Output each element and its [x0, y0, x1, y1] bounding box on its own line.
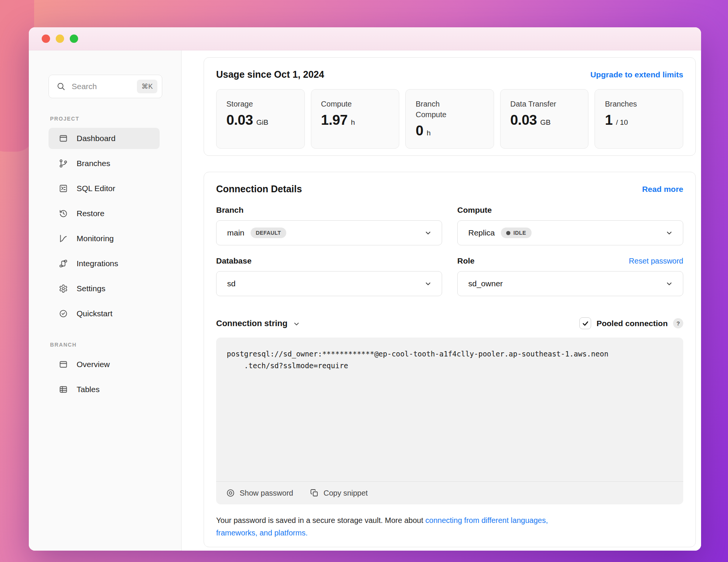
- stat-data-transfer: Data Transfer 0.03GB: [500, 89, 589, 149]
- git-branch-icon: [58, 159, 68, 168]
- stat-value: 0.03: [226, 112, 253, 128]
- stat-unit: h: [351, 118, 355, 127]
- zoom-button[interactable]: [70, 35, 78, 43]
- reset-password-link[interactable]: Reset password: [629, 257, 683, 265]
- chevron-down-icon: [424, 279, 433, 288]
- usage-card: Usage since Oct 1, 2024 Upgrade to exten…: [204, 57, 696, 156]
- stat-branch-compute: Branch Compute 0h: [405, 89, 494, 149]
- git-compare-icon: [58, 259, 68, 268]
- chevron-down-icon: [424, 228, 433, 237]
- sidebar-item-label: Restore: [77, 209, 105, 218]
- traffic-lights: [42, 35, 78, 43]
- compute-select[interactable]: Replica IDLE: [457, 220, 683, 245]
- sidebar-item-label: Integrations: [77, 259, 118, 268]
- role-field: Role Reset password sd_owner: [457, 255, 683, 296]
- sidebar-item-overview[interactable]: Overview: [49, 354, 160, 375]
- stat-value: 1: [605, 112, 612, 128]
- sidebar-item-label: SQL Editor: [77, 184, 115, 193]
- project-nav: Dashboard Branches SQL Editor: [29, 128, 181, 324]
- eye-icon: [226, 488, 235, 498]
- status-dot: [506, 231, 510, 235]
- chart-curve-icon: [58, 234, 68, 243]
- branch-label: Branch: [216, 206, 243, 215]
- dashboard-icon: [58, 134, 68, 143]
- connection-string-value[interactable]: postgresql://sd_owner:************@ep-co…: [216, 338, 683, 481]
- sidebar-item-branches[interactable]: Branches: [49, 153, 160, 174]
- database-field: Database sd: [216, 255, 442, 296]
- sidebar-item-sql-editor[interactable]: SQL Editor: [49, 178, 160, 199]
- table-icon: [58, 385, 68, 394]
- stat-unit: GB: [540, 118, 551, 127]
- show-password-button[interactable]: Show password: [226, 488, 293, 498]
- chevron-down-icon: [293, 320, 300, 328]
- copy-icon: [310, 488, 319, 498]
- app-window: Search ⌘K PROJECT Dashboard Branches: [29, 27, 701, 551]
- stat-storage: Storage 0.03GiB: [216, 89, 305, 149]
- sidebar-item-settings[interactable]: Settings: [49, 278, 160, 299]
- connection-title: Connection Details: [216, 184, 302, 195]
- branch-field: Branch main DEFAULT: [216, 204, 442, 245]
- search-input[interactable]: Search ⌘K: [49, 75, 162, 98]
- sidebar-item-label: Dashboard: [77, 134, 116, 143]
- sidebar-item-restore[interactable]: Restore: [49, 203, 160, 224]
- search-icon: [56, 82, 66, 91]
- browser-window-icon: [58, 360, 68, 369]
- help-icon[interactable]: ?: [673, 318, 683, 328]
- role-select[interactable]: sd_owner: [457, 271, 683, 296]
- sidebar-item-label: Settings: [77, 284, 105, 293]
- upgrade-link[interactable]: Upgrade to extend limits: [590, 70, 683, 79]
- stat-value: 1.97: [321, 112, 348, 128]
- usage-title: Usage since Oct 1, 2024: [216, 69, 324, 80]
- stat-value: 0.03: [510, 112, 537, 128]
- search-shortcut: ⌘K: [137, 80, 157, 93]
- branch-select[interactable]: main DEFAULT: [216, 220, 442, 245]
- compute-label: Compute: [457, 206, 492, 215]
- sidebar-item-quickstart[interactable]: Quickstart: [49, 303, 160, 324]
- branch-nav: Overview Tables: [29, 354, 181, 400]
- check-circle-icon: [58, 309, 68, 318]
- database-label: Database: [216, 256, 251, 265]
- connection-details-card: Connection Details Read more Branch main…: [204, 172, 696, 547]
- usage-stats: Storage 0.03GiB Compute 1.97h Branch Com…: [216, 89, 683, 149]
- gear-icon: [58, 284, 68, 293]
- sidebar-item-label: Branches: [77, 159, 110, 168]
- pooled-connection-label: Pooled connection: [596, 319, 668, 328]
- titlebar[interactable]: [29, 27, 701, 50]
- sidebar-item-label: Tables: [77, 385, 100, 394]
- compute-field: Compute Replica IDLE: [457, 204, 683, 245]
- search-placeholder: Search: [72, 82, 137, 91]
- role-label: Role: [457, 256, 475, 265]
- default-badge: DEFAULT: [251, 228, 286, 238]
- sidebar: Search ⌘K PROJECT Dashboard Branches: [29, 50, 182, 551]
- connection-string-block: postgresql://sd_owner:************@ep-co…: [216, 338, 683, 504]
- sidebar-item-label: Quickstart: [77, 309, 113, 318]
- close-button[interactable]: [42, 35, 50, 43]
- read-more-link[interactable]: Read more: [642, 185, 683, 194]
- main-content: Usage since Oct 1, 2024 Upgrade to exten…: [182, 50, 701, 551]
- stat-unit: GiB: [256, 118, 268, 127]
- password-note: Your password is saved in a secure stora…: [216, 514, 573, 539]
- database-select[interactable]: sd: [216, 271, 442, 296]
- section-label-project: PROJECT: [50, 116, 181, 122]
- stat-unit: h: [427, 129, 431, 137]
- terminal-icon: [58, 184, 68, 193]
- sidebar-item-integrations[interactable]: Integrations: [49, 253, 160, 274]
- chevron-down-icon: [665, 228, 674, 237]
- chevron-down-icon: [665, 279, 674, 288]
- copy-snippet-button[interactable]: Copy snippet: [310, 488, 368, 498]
- sidebar-item-dashboard[interactable]: Dashboard: [49, 128, 160, 149]
- history-clock-icon: [58, 209, 68, 218]
- sidebar-item-label: Overview: [77, 360, 110, 369]
- stat-branches: Branches 1/ 10: [595, 89, 683, 149]
- stat-unit: / 10: [616, 118, 628, 127]
- stat-compute: Compute 1.97h: [311, 89, 400, 149]
- sidebar-item-label: Monitoring: [77, 234, 114, 243]
- connection-string-toggle[interactable]: Connection string: [216, 319, 300, 328]
- sidebar-item-tables[interactable]: Tables: [49, 379, 160, 400]
- sidebar-item-monitoring[interactable]: Monitoring: [49, 228, 160, 249]
- stat-value: 0: [416, 123, 423, 139]
- idle-badge: IDLE: [501, 228, 532, 238]
- minimize-button[interactable]: [56, 35, 64, 43]
- section-label-branch: BRANCH: [50, 342, 181, 348]
- pooled-connection-checkbox[interactable]: [579, 317, 591, 329]
